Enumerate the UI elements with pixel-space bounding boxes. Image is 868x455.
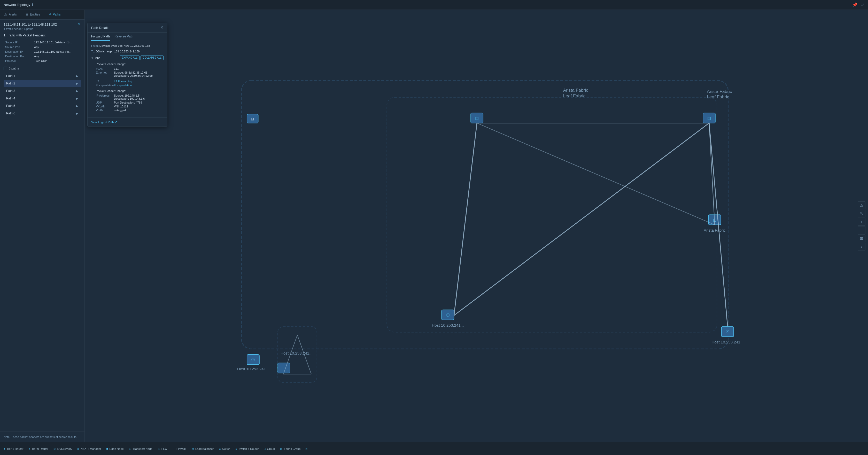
modal-tab-forward[interactable]: Forward Path <box>91 33 110 41</box>
legend-tier0-router[interactable]: + Tier-0 Router <box>28 447 48 451</box>
legend-firewall[interactable]: — Firewall <box>172 447 186 451</box>
legend-tier1-router[interactable]: + Tier-1 Router <box>4 447 23 451</box>
to-label: To: <box>91 50 96 53</box>
modal-body: From: DSwitch-evpn-168-New-10.253.241.16… <box>88 41 167 118</box>
legend-nvds-vds[interactable]: ◎ NVDS/VDS <box>54 447 72 451</box>
edit-icon[interactable]: ✎ <box>78 22 81 26</box>
path-3-arrow: ▶ <box>76 90 78 92</box>
collapse-icon[interactable]: — <box>4 67 7 70</box>
vxlan-value: VNI: 10111 <box>114 105 128 108</box>
switch-icon: ≡ <box>219 447 221 451</box>
legend-switch[interactable]: ≡ Switch <box>219 447 230 451</box>
tab-paths[interactable]: ↗ Paths <box>44 10 65 20</box>
dest-port-label: Destination Port <box>4 54 33 58</box>
legend-fabric-group[interactable]: ⊞ Fabric Group <box>280 447 301 451</box>
header-title: Network Topology ℹ <box>4 3 33 7</box>
fullscreen-button[interactable]: ↕ <box>858 243 865 251</box>
path-2-label: Path 2 <box>6 82 15 85</box>
canvas-area: Arista Fabric Leaf Fabric Arista Fabric … <box>85 10 868 442</box>
legend-nsx-manager[interactable]: ◈ NSX-T Manager <box>77 447 101 451</box>
entities-icon: 🖥 <box>25 12 28 16</box>
fit-button[interactable]: ⊡ <box>858 234 865 242</box>
hops-label: 4 Hops <box>91 56 100 59</box>
network-topology-title: Network Topology <box>4 3 30 7</box>
zoom-out-button[interactable]: − <box>858 226 865 234</box>
expand-icon[interactable]: ⤢ <box>861 2 864 7</box>
hop-section-1: Packet Header Change: VLAN 111 Ethernet … <box>93 63 163 77</box>
hops-row: 4 Hops EXPAND ALL COLLAPSE ALL <box>91 56 163 60</box>
legend-load-balancer[interactable]: ⊗ Load Balancer <box>191 447 214 451</box>
protocol-label: Protocol <box>4 59 33 63</box>
source-ip-value: 192.148.11.101 (arista-vm1-... <box>33 40 80 44</box>
group-label: Group <box>267 447 275 450</box>
legend-more[interactable]: ▷ <box>306 447 308 451</box>
modal-close-button[interactable]: ✕ <box>160 26 163 30</box>
svg-text:☉: ☉ <box>726 329 730 334</box>
bottom-legend: + Tier-1 Router + Tier-0 Router ◎ NVDS/V… <box>0 442 868 455</box>
l2-label: L2: <box>96 80 114 83</box>
vlan2-value: untagged <box>114 109 126 112</box>
l2-value[interactable]: L2 Forwarding <box>114 80 132 83</box>
legend-fex[interactable]: ⊞ FEX <box>158 447 167 451</box>
protocol-value: TCP, UDP <box>33 59 80 63</box>
encap-value[interactable]: Encapsulation <box>114 84 132 87</box>
fabric-group-icon: ⊞ <box>280 447 283 451</box>
modal-title: Path Details <box>91 26 109 30</box>
path-2-arrow: ▶ <box>76 82 78 85</box>
tier0-router-label: Tier-0 Router <box>32 447 48 450</box>
svg-text:Arista Fabric: Arista Fabric <box>707 89 732 94</box>
modal-tab-reverse[interactable]: Reverse Path <box>115 33 133 41</box>
view-logical-path-link[interactable]: View Logical Path ↗ <box>91 120 163 124</box>
legend-group[interactable]: □ Group <box>264 447 275 451</box>
route-title: 192.148.11.101 to 192.148.111.102 <box>4 23 57 26</box>
path-3-item[interactable]: Path 3 ▶ <box>4 87 81 95</box>
fex-icon: ⊞ <box>158 447 160 451</box>
topology-svg: Arista Fabric Leaf Fabric Arista Fabric … <box>85 10 868 442</box>
hops-buttons: EXPAND ALL COLLAPSE ALL <box>120 56 163 60</box>
path-5-item[interactable]: Path 5 ▶ <box>4 102 81 109</box>
svg-text:☉: ☉ <box>251 357 255 362</box>
svg-line-16 <box>454 123 477 316</box>
ip-label: IP Address <box>96 94 114 100</box>
l2-field: L2: L2 Forwarding <box>96 80 163 83</box>
zoom-in-button[interactable]: + <box>858 218 865 226</box>
svg-text:Host 10.253.241...: Host 10.253.241... <box>237 367 269 371</box>
path-2-item[interactable]: Path 2 ▶ <box>4 80 81 87</box>
svg-rect-31 <box>278 363 290 373</box>
load-balancer-icon: ⊗ <box>191 447 194 451</box>
ethernet-label: Ethernet <box>96 71 114 77</box>
path-4-arrow: ▶ <box>76 97 78 100</box>
svg-text:⊡: ⊡ <box>251 117 254 121</box>
svg-text:Leaf Fabric: Leaf Fabric <box>563 93 586 98</box>
tab-entities[interactable]: 🖥 Entities <box>21 10 44 20</box>
legend-transport-node[interactable]: ⊡ Transport Node <box>129 447 152 451</box>
ethernet-field: Ethernet Source: 98:5d:82:35:12:65Destin… <box>96 71 163 77</box>
path-6-item[interactable]: Path 6 ▶ <box>4 110 81 117</box>
alert-button[interactable]: ⚠ <box>858 201 865 209</box>
path-1-item[interactable]: Path 1 ▶ <box>4 72 81 79</box>
collapse-all-button[interactable]: COLLAPSE ALL <box>141 56 163 60</box>
paths-header[interactable]: — 6 paths <box>4 67 81 70</box>
vlan2-field: VLAN untagged <box>96 109 163 112</box>
legend-edge-node[interactable]: ■ Edge Node <box>106 447 123 451</box>
svg-text:Host 10.253.241...: Host 10.253.241... <box>281 351 313 355</box>
vlan-label: VLAN <box>96 67 114 70</box>
traffic-section-title: 1. Traffic with Packet Headers: <box>4 34 81 37</box>
tab-alerts[interactable]: ⚠ Alerts <box>0 10 21 20</box>
tier1-router-label: Tier-1 Router <box>7 447 23 450</box>
path-4-item[interactable]: Path 4 ▶ <box>4 95 81 102</box>
svg-text:⊡: ⊡ <box>707 116 711 121</box>
info-icon[interactable]: ℹ <box>32 3 33 7</box>
legend-switch-router[interactable]: ≡ Switch + Router <box>235 447 258 451</box>
modal-tabs: Forward Path Reverse Path <box>88 33 167 41</box>
firewall-icon: — <box>172 447 175 451</box>
ethernet-value: Source: 98:5d:82:35:12:65Destination: 00… <box>114 71 153 77</box>
hop-section-2-title: Packet Header Change: <box>96 89 163 92</box>
pin-icon[interactable]: 📌 <box>852 2 858 7</box>
udp-field: UDP Port Destination: 4789 <box>96 101 163 104</box>
annotate-button[interactable]: ✎ <box>858 210 865 218</box>
expand-all-button[interactable]: EXPAND ALL <box>120 56 140 60</box>
path-1-arrow: ▶ <box>76 75 78 77</box>
modal-footer: View Logical Path ↗ <box>88 118 167 126</box>
vxlan-label: VXLAN <box>96 105 114 108</box>
